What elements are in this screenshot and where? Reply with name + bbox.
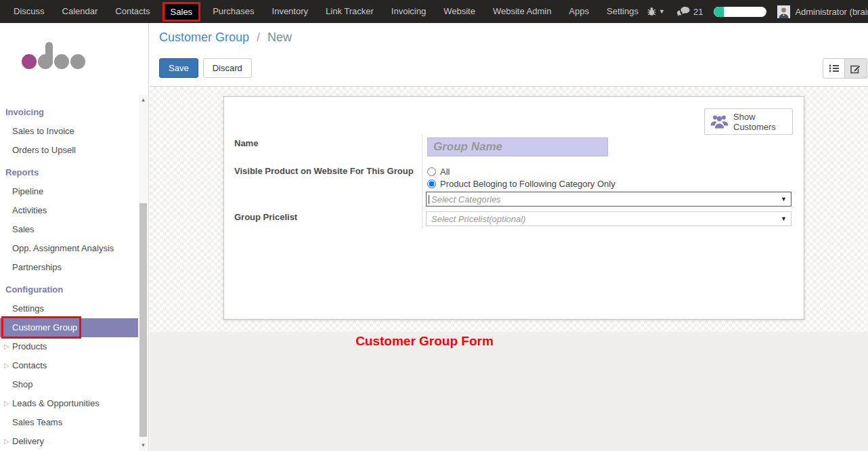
annotation-caption: Customer Group Form	[150, 332, 699, 349]
customers-group-icon	[710, 114, 729, 129]
scroll-up-icon[interactable]: ▲	[139, 96, 148, 104]
expand-arrow-icon[interactable]: ▷	[4, 356, 9, 375]
nav-website[interactable]: Website	[435, 0, 484, 23]
section-reports: Reports	[0, 163, 148, 182]
show-customers-button[interactable]: Show Customers	[704, 108, 793, 135]
sidebar-item-label: Leads & Opportunities	[12, 398, 100, 408]
select-pricelist-dropdown[interactable]: Select Pricelist(optional) ▼	[426, 211, 791, 226]
visibility-label: Visible Product on Website For This Grou…	[234, 166, 414, 176]
radio-category-label: Product Beloging to Following Category O…	[440, 179, 615, 189]
group-pricelist-label: Group Pricelist	[234, 212, 297, 222]
radio-all-input[interactable]	[427, 167, 436, 176]
sidebar-item-label: Contacts	[12, 360, 47, 370]
logo-letter-o2	[54, 54, 69, 69]
caret-down-icon: ▼	[781, 215, 787, 222]
name-label: Name	[234, 138, 258, 148]
sidebar-item-shop[interactable]: Shop	[0, 375, 148, 394]
caret-down-icon: ▼	[781, 196, 787, 202]
expand-arrow-icon[interactable]: ▷	[4, 337, 9, 356]
messages-menu[interactable]: 21	[677, 7, 703, 17]
section-configuration: Configuration	[0, 280, 148, 299]
save-button[interactable]: Save	[159, 58, 198, 78]
nav-apps[interactable]: Apps	[560, 0, 598, 23]
sidebar-item-label: Delivery	[12, 436, 44, 446]
view-switcher	[823, 58, 867, 79]
sidebar-item-orders-to-upsell[interactable]: Orders to Upsell	[0, 141, 148, 160]
scroll-down-icon[interactable]: ▼	[139, 442, 148, 450]
sidebar-item-settings[interactable]: Settings	[0, 299, 148, 318]
app-sidebar: Invoicing Sales to Invoice Orders to Ups…	[0, 23, 149, 451]
nav-link-tracker[interactable]: Link Tracker	[317, 0, 383, 23]
form-view-background: Show Customers Name Visible Product on W…	[150, 87, 868, 332]
breadcrumb-new: New	[267, 30, 292, 44]
sidebar-item-contacts[interactable]: ▷ Contacts	[0, 356, 148, 375]
sidebar-item-activities[interactable]: Activities	[0, 201, 148, 220]
nav-invoicing[interactable]: Invoicing	[383, 0, 435, 23]
show-customers-label: Show Customers	[733, 112, 781, 132]
expand-arrow-icon[interactable]: ▷	[4, 394, 9, 413]
nav-calendar[interactable]: Calendar	[53, 0, 107, 23]
sidebar-item-label: Products	[12, 341, 47, 351]
nav-settings[interactable]: Settings	[598, 0, 647, 23]
main-area: Customer Group / New Save Discard	[150, 23, 868, 451]
nav-contacts[interactable]: Contacts	[106, 0, 158, 23]
nav-sales-active[interactable]: Sales	[162, 2, 201, 22]
chat-bubbles-icon	[677, 7, 690, 17]
sidebar-item-sales-to-invoice[interactable]: Sales to Invoice	[0, 122, 148, 141]
logo-letter-o3	[70, 54, 85, 69]
select-pricelist-placeholder: Select Pricelist(optional)	[429, 214, 781, 224]
below-form-area: Customer Group Form	[150, 332, 868, 451]
odoo-logo	[22, 54, 148, 80]
timer-widget[interactable]	[714, 7, 766, 17]
avatar[interactable]	[777, 5, 790, 18]
breadcrumb-separator: /	[257, 30, 260, 44]
sidebar-item-pipeline[interactable]: Pipeline	[0, 182, 148, 201]
toolbar-buttons: Save Discard	[159, 58, 252, 78]
user-menu[interactable]: Administrator (braintree)	[795, 7, 868, 17]
section-invoicing: Invoicing	[0, 103, 148, 122]
sidebar-item-sales-teams[interactable]: Sales Teams	[0, 413, 148, 432]
sidebar-menu: Invoicing Sales to Invoice Orders to Ups…	[0, 103, 148, 451]
discard-button[interactable]: Discard	[203, 58, 252, 78]
message-count: 21	[693, 7, 703, 17]
sidebar-item-products[interactable]: ▷ Products	[0, 337, 148, 356]
debug-menu[interactable]: ▼	[647, 7, 665, 16]
sidebar-item-label: Customer Group	[12, 322, 77, 332]
text-cursor	[429, 195, 429, 204]
form-view-button[interactable]	[845, 58, 867, 79]
radio-category-only[interactable]: Product Beloging to Following Category O…	[427, 179, 615, 189]
list-view-icon	[829, 64, 840, 72]
select-categories-placeholder: Select Categories	[431, 194, 781, 205]
topbar-right-cluster: ▼ 21	[647, 5, 868, 18]
sidebar-item-opp-assignment-analysis[interactable]: Opp. Assignment Analysis	[0, 239, 148, 258]
form-view-icon	[850, 64, 861, 74]
breadcrumb-customer-group[interactable]: Customer Group	[159, 30, 249, 44]
sidebar-item-sales[interactable]: Sales	[0, 220, 148, 239]
radio-all-label: All	[440, 167, 450, 177]
sidebar-item-customer-group[interactable]: Customer Group	[0, 318, 138, 337]
list-view-button[interactable]	[823, 58, 845, 79]
nav-inventory[interactable]: Inventory	[263, 0, 317, 23]
radio-category-input[interactable]	[427, 179, 436, 188]
form-column-separator	[422, 134, 422, 229]
logo-letter-d	[38, 54, 53, 69]
scrollbar-thumb[interactable]	[139, 203, 147, 437]
top-menu-bar: Discuss Calendar Contacts Sales Purchase…	[0, 0, 868, 23]
nav-purchases[interactable]: Purchases	[204, 0, 263, 23]
nav-website-admin[interactable]: Website Admin	[484, 0, 560, 23]
radio-all[interactable]: All	[427, 167, 450, 177]
customer-group-form-sheet: Show Customers Name Visible Product on W…	[223, 96, 804, 320]
sidebar-item-leads-opportunities[interactable]: ▷ Leads & Opportunities	[0, 394, 148, 413]
group-name-input[interactable]	[427, 137, 608, 156]
logo-letter-o1	[22, 54, 37, 69]
sidebar-item-delivery[interactable]: ▷ Delivery	[0, 432, 148, 451]
breadcrumb: Customer Group / New	[159, 30, 292, 45]
sidebar-scrollbar[interactable]: ▲ ▼	[139, 95, 148, 451]
caret-down-icon: ▼	[659, 8, 665, 15]
bug-icon	[647, 7, 656, 16]
select-categories-dropdown[interactable]: Select Categories ▼	[426, 192, 791, 207]
nav-discuss[interactable]: Discuss	[5, 0, 53, 23]
timer-progress	[714, 7, 724, 17]
expand-arrow-icon[interactable]: ▷	[4, 432, 9, 451]
sidebar-item-partnerships[interactable]: Partnerships	[0, 258, 148, 277]
